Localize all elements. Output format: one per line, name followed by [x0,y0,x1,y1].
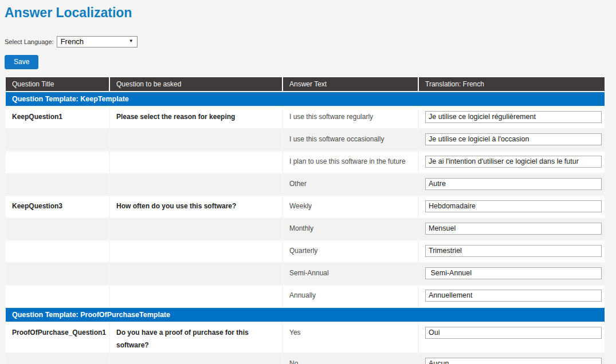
answers-table-body: Question Template: KeepTemplateKeepQuest… [6,92,605,364]
column-header-translation: Translation: French [419,77,605,91]
question-title-cell [6,129,109,151]
table-row: KeepQuestion1Please select the reason fo… [6,107,605,128]
question-text-cell: How often do you use this software? [110,196,282,217]
translation-cell [419,241,605,262]
table-row: I use this software occasionally [6,129,605,151]
answers-table: Question Title Question to be asked Answ… [5,76,606,364]
question-title-cell: KeepQuestion3 [6,196,109,217]
answer-text-cell: I plan to use this software in the futur… [283,152,418,173]
translation-input[interactable] [425,200,602,212]
section-header-row: Question Template: KeepTemplate [6,92,605,106]
question-text-cell [110,174,282,195]
translation-cell [419,323,605,353]
answer-text-cell: Yes [283,323,418,353]
translation-cell [419,219,605,240]
translation-input[interactable] [425,133,602,145]
question-text-cell [110,152,282,173]
section-header-label: Question Template: KeepTemplate [6,92,605,106]
translation-cell [419,107,605,128]
translation-input[interactable] [425,223,602,235]
question-title-cell [6,263,109,284]
question-title-cell [6,354,109,364]
column-header-answer-text: Answer Text [283,77,418,91]
translation-cell [419,354,605,364]
question-text-cell: Please select the reason for keeping [110,107,282,128]
table-row: ProofOfPurchase_Question1Do you have a p… [6,323,605,353]
answer-text-cell: Weekly [283,196,418,217]
answer-text-cell: Semi-Annual [283,263,418,284]
section-header-label: Question Template: ProofOfPurchaseTempla… [6,308,605,322]
translation-cell [419,152,605,173]
table-row: Semi-Annual [6,263,605,284]
column-header-question-title: Question Title [6,77,109,91]
answer-text-cell: Annually [283,286,418,307]
question-text-cell [110,241,282,262]
translation-input[interactable] [425,245,602,257]
translation-input[interactable] [425,178,602,190]
question-title-cell [6,219,109,240]
language-select-wrap: French ▼ [57,36,138,48]
translation-input[interactable] [425,156,602,168]
translation-cell [419,174,605,195]
answer-text-cell: I use this software occasionally [283,129,418,151]
question-text-cell: Do you have a proof of purchase for this… [110,323,282,353]
table-row: I plan to use this software in the futur… [6,152,605,173]
question-title-cell: ProofOfPurchase_Question1 [6,323,109,353]
translation-input[interactable] [425,290,602,302]
question-text-cell [110,263,282,284]
answer-text-cell: Monthly [283,219,418,240]
question-title-cell [6,241,109,262]
language-selector-row: Select Language: French ▼ [5,36,616,48]
translation-input[interactable] [425,327,602,339]
language-select-label: Select Language: [5,38,54,45]
question-text-cell [110,219,282,240]
answer-text-cell: No [283,354,418,364]
translation-input[interactable] [425,358,602,364]
translation-cell [419,129,605,151]
question-text-cell [110,286,282,307]
answer-text-cell: Other [283,174,418,195]
answer-text-cell: I use this software regularly [283,107,418,128]
table-row: Annually [6,286,605,307]
question-title-cell [6,152,109,173]
answer-localization-page: Answer Localization Select Language: Fre… [0,5,616,364]
section-header-row: Question Template: ProofOfPurchaseTempla… [6,308,605,322]
table-row: Other [6,174,605,195]
translation-cell [419,286,605,307]
translation-cell [419,196,605,217]
page-title: Answer Localization [5,5,616,21]
save-button[interactable]: Save [5,55,38,69]
language-select[interactable]: French [57,36,138,48]
answer-text-cell: Quarterly [283,241,418,262]
question-title-cell: KeepQuestion1 [6,107,109,128]
question-title-cell [6,174,109,195]
translation-cell [419,263,605,284]
question-title-cell [6,286,109,307]
table-row: KeepQuestion3How often do you use this s… [6,196,605,217]
column-header-question-to-be-asked: Question to be asked [110,77,282,91]
question-text-cell [110,129,282,151]
table-row: No [6,354,605,364]
translation-input[interactable] [425,111,602,123]
table-row: Quarterly [6,241,605,262]
translation-input[interactable] [425,267,602,279]
question-text-cell [110,354,282,364]
table-row: Monthly [6,219,605,240]
table-header-row: Question Title Question to be asked Answ… [6,77,605,91]
